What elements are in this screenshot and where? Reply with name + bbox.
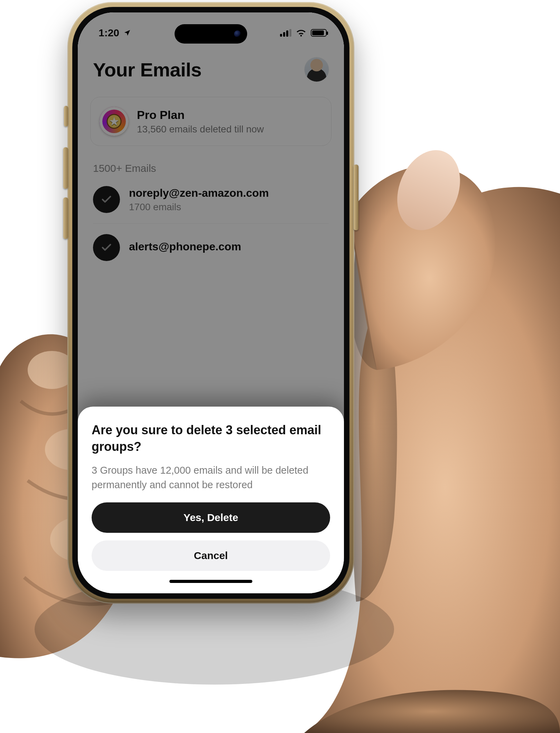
confirm-delete-dialog: Are you sure to delete 3 selected email … [78,407,344,593]
confirm-delete-button[interactable]: Yes, Delete [92,502,330,533]
volume-up-button [63,147,68,189]
dynamic-island [175,24,247,44]
cancel-button[interactable]: Cancel [92,540,330,571]
app-screen: 1:20 [78,12,344,593]
dialog-title: Are you sure to delete 3 selected email … [92,422,330,455]
phone-frame: 1:20 [67,2,354,604]
silence-switch [64,106,68,127]
home-indicator[interactable] [169,580,252,583]
svg-point-0 [386,141,472,240]
dialog-body: 3 Groups have 12,000 emails and will be … [92,463,330,492]
power-button [354,165,358,230]
volume-down-button [63,197,68,239]
